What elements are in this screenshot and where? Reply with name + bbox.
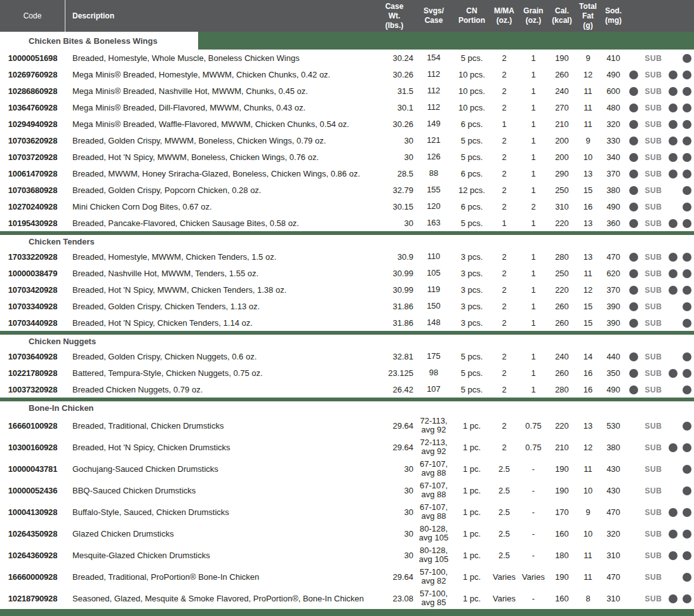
cell-sub-badge: SUB: [641, 507, 666, 517]
cell-badge: [680, 528, 694, 539]
cell-code: 10000038479: [0, 269, 65, 278]
cell-cal: 310: [548, 202, 576, 211]
cell-sub-badge: SUB: [641, 529, 666, 539]
sub-badge: SUB: [645, 530, 662, 539]
cell-mma: 2: [490, 103, 519, 112]
cell-code: 10703420928: [0, 285, 65, 295]
cell-badge: [680, 119, 694, 129]
cell-sod: 330: [600, 136, 627, 145]
cell-case_wt: 28.5: [375, 169, 413, 178]
table-row: 10000052436BBQ-Sauced Chicken Drumsticks…: [0, 479, 694, 501]
cell-description: Breaded, Golden Crispy, Popcorn Chicken,…: [65, 185, 375, 195]
attribute-badge-icon: [669, 104, 677, 112]
cell-svgs_case: 155: [413, 185, 454, 194]
cell-badge: [680, 485, 694, 495]
cell-grain: -: [519, 594, 548, 603]
cell-grain: -: [519, 507, 548, 517]
cell-badge: [680, 102, 694, 112]
cell-badge: [680, 53, 694, 63]
cell-badge: [666, 285, 680, 295]
cell-case_wt: 30: [375, 551, 413, 560]
sub-badge: SUB: [645, 269, 662, 278]
cell-code: 10000043781: [0, 464, 65, 474]
table-row: 10218790928Seasoned, Glazed, Mesquite & …: [0, 587, 694, 609]
cell-mma: 2: [490, 86, 519, 96]
cell-sod: 310: [600, 551, 627, 560]
cell-case_wt: 30.9: [375, 252, 413, 262]
cell-cal: 160: [548, 529, 576, 539]
cell-cn_portion: 5 pcs.: [454, 152, 490, 162]
cell-badge: [666, 152, 680, 162]
attribute-badge-icon: [683, 385, 691, 394]
attribute-badge-icon: [669, 70, 677, 79]
cell-code: 16660100928: [0, 421, 65, 431]
attribute-badge-icon: [629, 302, 638, 311]
attribute-badge-icon: [669, 253, 677, 262]
cell-svgs_case: 154: [413, 53, 454, 62]
cell-sub-badge: SUB: [641, 269, 666, 278]
cell-badge: [680, 152, 694, 162]
cell-sod: 440: [600, 352, 627, 361]
cell-description: Breaded, Traditional, Chicken Drumsticks: [65, 421, 375, 431]
cell-svgs_case: 105: [413, 269, 454, 278]
cell-badge: [680, 301, 694, 311]
section-title: Chicken Nuggets: [0, 337, 96, 346]
cell-svgs_case: 149: [413, 119, 454, 128]
cell-svgs_case: 67-107, avg 88: [413, 481, 454, 499]
sub-badge: SUB: [645, 422, 662, 431]
cell-badge: [627, 218, 641, 228]
cell-total_fat: 12: [576, 443, 600, 452]
cell-mma: 2.5: [490, 529, 519, 539]
table-row: 10264350928Glazed Chicken Drumsticks3080…: [0, 523, 694, 544]
cell-sub-badge: SUB: [641, 86, 666, 96]
cell-cal: 260: [548, 70, 576, 79]
cell-sub-badge: SUB: [641, 285, 666, 295]
cell-sub-badge: SUB: [641, 185, 666, 195]
cell-badge: [666, 507, 680, 517]
cell-code: 10703620928: [0, 136, 65, 145]
cell-case_wt: 30: [375, 136, 413, 145]
cell-cn_portion: 5 pcs.: [454, 53, 490, 63]
attribute-badge-icon: [683, 137, 691, 145]
attribute-badge-icon: [683, 443, 691, 452]
cell-cal: 200: [548, 136, 576, 145]
attribute-badge-icon: [683, 219, 691, 228]
column-header-cn_portion: CN Portion: [454, 0, 490, 32]
cell-case_wt: 30: [375, 486, 413, 495]
table-row: 10269760928Mega Minis® Breaded, Homestyl…: [0, 66, 694, 83]
cell-code: 10703640928: [0, 352, 65, 361]
cell-badge: [666, 69, 680, 79]
cell-total_fat: 10: [576, 529, 600, 539]
column-header-grain: Grain (oz.): [519, 0, 548, 32]
attribute-badge-icon: [683, 551, 691, 560]
attribute-badge-icon: [683, 120, 691, 129]
table-row: 10264360928Mesquite-Glazed Chicken Drums…: [0, 544, 694, 566]
cell-sod: 370: [600, 285, 627, 295]
cell-grain: 1: [519, 70, 548, 79]
cell-sub-badge: SUB: [641, 218, 666, 228]
cell-mma: Varies: [490, 572, 519, 582]
cell-case_wt: 30: [375, 507, 413, 517]
sub-badge: SUB: [645, 203, 662, 211]
attribute-badge-icon: [629, 203, 638, 211]
table-row: 10364760928Mega Minis® Breaded, Dill-Fla…: [0, 99, 694, 116]
sub-badge: SUB: [645, 319, 662, 328]
section-header-background: Bone-In Chicken: [0, 401, 694, 415]
cell-total_fat: 11: [576, 103, 600, 112]
cell-cal: 190: [548, 486, 576, 495]
cell-badge: [666, 135, 680, 145]
cell-badge: [666, 119, 680, 129]
attribute-badge-icon: [669, 120, 677, 129]
cell-cn_portion: 3 pcs.: [454, 269, 490, 278]
cell-badge: [680, 285, 694, 295]
cell-case_wt: 30.1: [375, 103, 413, 112]
attribute-badge-icon: [683, 70, 691, 79]
attribute-badge-icon: [669, 219, 677, 228]
cell-sub-badge: SUB: [641, 70, 666, 79]
sub-badge: SUB: [645, 120, 662, 129]
cell-description: Breaded, Pancake-Flavored, Chicken Sausa…: [65, 218, 375, 228]
cell-svgs_case: 57-100, avg 82: [413, 568, 454, 585]
cell-total_fat: 9: [576, 136, 600, 145]
cell-sub-badge: SUB: [641, 443, 666, 452]
cell-sod: 480: [600, 103, 627, 112]
